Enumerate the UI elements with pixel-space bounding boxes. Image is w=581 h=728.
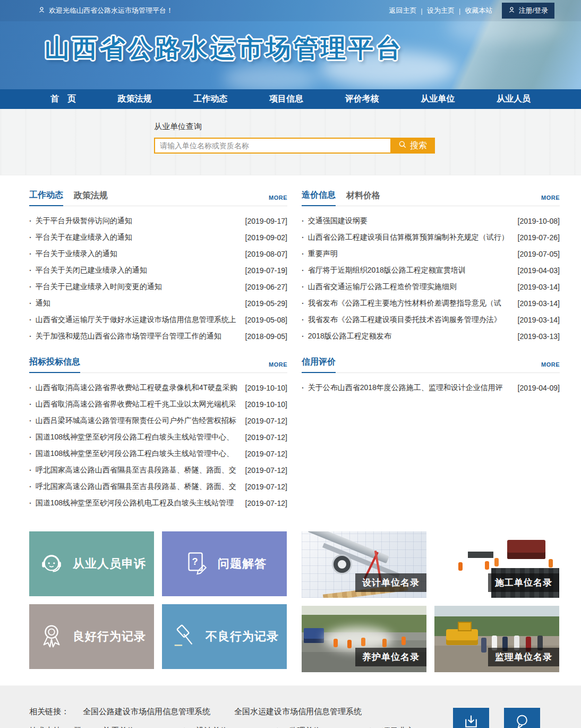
news-item[interactable]: 交通强国建设纲要[2019-10-08]	[302, 213, 560, 229]
more-link-bid[interactable]: MORE	[269, 361, 287, 373]
topbar-welcome: 欢迎光临山西省公路水运市场管理平台！	[38, 6, 173, 15]
tab-cost-info[interactable]: 造价信息	[302, 190, 336, 206]
news-item[interactable]: 重要声明[2019-07-05]	[302, 246, 560, 262]
news-item[interactable]: 我省发布《公路工程主要地方性材料价差调整指导意见（试[2019-03-14]	[302, 295, 560, 311]
main-content: 工作动态 政策法规 MORE 关于平台升级暂停访问的通知[2019-09-17]…	[0, 175, 581, 682]
medal-icon	[37, 621, 66, 652]
news-date: [2019-05-29]	[245, 299, 287, 308]
search-band: 从业单位查询 搜索	[0, 109, 581, 175]
tab-material-price[interactable]: 材料价格	[346, 190, 380, 206]
bad-record-label: 不良行为记录	[206, 629, 279, 645]
news-date: [2019-03-13]	[518, 332, 560, 341]
quick-links-grid: 从业人员申诉 ? 问题解答 良好行为记录 不良行为记录	[29, 531, 287, 672]
tab-policy[interactable]: 政策法规	[74, 190, 108, 206]
news-item[interactable]: 山西省交通运输厅关于做好水运建设市场信用信息管理系统上[2019-05-08]	[29, 311, 287, 328]
link-set-home[interactable]: 设为主页	[427, 6, 455, 15]
news-item[interactable]: 平台关于关闭已建业绩录入的通知[2019-07-19]	[29, 262, 287, 278]
topbar: 欢迎光临山西省公路水运市场管理平台！ 返回主页| 设为主页| 收藏本站 注册/登…	[0, 0, 581, 21]
nav-item[interactable]: 政策法规	[118, 94, 152, 105]
maintenance-units-card[interactable]: 养护单位名录	[302, 606, 426, 672]
news-item[interactable]: 呼北国家高速公路山西省隰县至吉县段路基、桥隧、路面、交[2019-07-12]	[29, 478, 287, 495]
welcome-text: 欢迎光临山西省公路水运市场管理平台！	[49, 6, 173, 15]
footer: 相关链接： 全国公路建设市场信用信息管理系统全国水运建设市场信用信息管理系统 技…	[0, 685, 581, 728]
link-return-home[interactable]: 返回主页	[389, 6, 417, 15]
news-title: 山西省取消高速公路省界收费站工程千兆工业以太网光端机采	[36, 400, 242, 409]
news-item[interactable]: 2018版公路工程定额发布[2019-03-13]	[302, 328, 560, 344]
divider: |	[459, 7, 460, 15]
more-link-work[interactable]: MORE	[269, 194, 287, 206]
news-item[interactable]: 省厅将于近期组织2018版公路工程定额宣贯培训[2019-04-03]	[302, 262, 560, 278]
news-date: [2019-10-10]	[245, 384, 287, 392]
news-date: [2019-09-17]	[245, 217, 287, 225]
contact-us-button[interactable]: 联系我们	[504, 708, 540, 728]
news-item[interactable]: 山西吕梁环城高速公路管理有限责任公司户外广告经营权招标[2019-07-12]	[29, 412, 287, 429]
news-title: 平台关于在建业绩录入的通知	[36, 233, 242, 242]
news-date: [2019-07-12]	[245, 466, 287, 475]
more-link-cost[interactable]: MORE	[541, 194, 560, 206]
news-item[interactable]: 关于公布山西省2018年度公路施工、监理和设计企业信用评[2019-04-09]	[302, 379, 560, 396]
header-banner: 欢迎光临山西省公路水运市场管理平台！ 返回主页| 设为主页| 收藏本站 注册/登…	[0, 0, 581, 89]
news-item[interactable]: 我省发布《公路工程建设项目委托技术咨询服务管理办法》[2019-03-14]	[302, 311, 560, 328]
search-button-label: 搜索	[410, 140, 427, 151]
bearing-image	[334, 556, 351, 573]
tab-credit-rating[interactable]: 信用评价	[302, 357, 336, 373]
news-item[interactable]: 关于平台升级暂停访问的通知[2019-09-17]	[29, 213, 287, 229]
nav-item[interactable]: 从业单位	[421, 94, 455, 105]
search-input[interactable]	[154, 138, 390, 154]
nav-item[interactable]: 工作动态	[193, 94, 227, 105]
search-icon	[398, 140, 407, 151]
faq-button[interactable]: ? 问题解答	[162, 531, 287, 596]
tab-bidding-info[interactable]: 招标投标信息	[29, 357, 80, 373]
news-item[interactable]: 平台关于业绩录入的通知[2019-08-07]	[29, 246, 287, 262]
register-login-button[interactable]: 注册/登录	[502, 3, 554, 19]
download-zone-button[interactable]: 下载专区	[453, 708, 489, 728]
news-item[interactable]: 呼北国家高速公路山西省隰县至吉县段路基、桥隧、路面、交[2019-07-12]	[29, 462, 287, 478]
news-item[interactable]: 山西省取消高速公路省界收费站工程千兆工业以太网光端机采[2019-10-10]	[29, 396, 287, 412]
news-title: 我省发布《公路工程主要地方性材料价差调整指导意见（试	[308, 299, 515, 308]
supervision-units-card[interactable]: 监理单位名录	[434, 606, 559, 672]
tab-work-dynamics[interactable]: 工作动态	[29, 190, 63, 206]
nav-item[interactable]: 项目信息	[269, 94, 303, 105]
nav-item[interactable]: 首 页	[50, 94, 76, 105]
download-icon	[463, 713, 480, 728]
news-title: 山西省公路工程建设项目估算概算预算编制补充规定（试行）	[308, 233, 515, 242]
news-item[interactable]: 国道108线神堂堡至砂河段公路机电工程及白坡头主线站管理[2019-07-12]	[29, 495, 287, 511]
loader-machine-image	[446, 629, 478, 645]
news-date: [2019-07-12]	[245, 450, 287, 458]
news-date: [2019-03-14]	[518, 299, 560, 308]
news-date: [2019-04-09]	[518, 384, 560, 392]
truck-image	[304, 628, 324, 643]
more-link-credit[interactable]: MORE	[541, 361, 560, 373]
news-item[interactable]: 山西省交通运输厅公路工程造价管理实施细则[2019-03-14]	[302, 278, 560, 295]
link-favorite[interactable]: 收藏本站	[465, 6, 492, 15]
news-item[interactable]: 关于加强和规范山西省公路市场管理平台管理工作的通知[2018-09-05]	[29, 328, 287, 344]
related-link[interactable]: 全国公路建设市场信用信息管理系统	[83, 707, 210, 717]
news-item[interactable]: 山西省公路工程建设项目估算概算预算编制补充规定（试行）[2019-07-26]	[302, 229, 560, 246]
news-item[interactable]: 平台关于在建业绩录入的通知[2019-09-02]	[29, 229, 287, 246]
nav-item[interactable]: 评价考核	[345, 94, 379, 105]
news-date: [2018-09-05]	[245, 332, 287, 341]
news-title: 重要声明	[308, 249, 515, 259]
news-item[interactable]: 国道108线神堂堡至砂河段公路工程白坡头主线站管理中心、[2019-07-12]	[29, 429, 287, 445]
construction-units-label: 施工单位名录	[488, 573, 559, 592]
news-item[interactable]: 平台关于已建业绩录入时间变更的通知[2019-06-27]	[29, 278, 287, 295]
construction-units-card[interactable]: 施工单位名录	[434, 531, 559, 598]
bad-record-button[interactable]: 不良行为记录	[162, 604, 287, 669]
maintenance-units-label: 养护单位名录	[355, 648, 426, 666]
user-icon	[508, 6, 515, 15]
news-item[interactable]: 山西省取消高速公路省界收费站工程硬盘录像机和4T硬盘采购[2019-10-10]	[29, 379, 287, 396]
section-credit-rating: 信用评价 MORE 关于公布山西省2018年度公路施工、监理和设计企业信用评[2…	[302, 357, 560, 524]
headset-icon	[37, 548, 66, 579]
nav-item[interactable]: 从业人员	[497, 94, 531, 105]
qq-group: 施工单位（891027789）	[103, 726, 191, 728]
design-units-label: 设计单位名录	[355, 573, 426, 592]
appeal-button[interactable]: 从业人员申诉	[29, 531, 154, 596]
design-units-card[interactable]: 设计单位名录	[302, 531, 426, 598]
news-title: 2018版公路工程定额发布	[308, 332, 515, 341]
related-link[interactable]: 全国水运建设市场信用信息管理系统	[234, 707, 362, 717]
search-label: 从业单位查询	[154, 122, 581, 132]
good-record-button[interactable]: 良好行为记录	[29, 604, 154, 669]
news-item[interactable]: 国道108线神堂堡至砂河段公路工程白坡头主线站管理中心、[2019-07-12]	[29, 445, 287, 462]
search-button[interactable]: 搜索	[390, 138, 435, 154]
news-item[interactable]: 通知[2019-05-29]	[29, 295, 287, 311]
